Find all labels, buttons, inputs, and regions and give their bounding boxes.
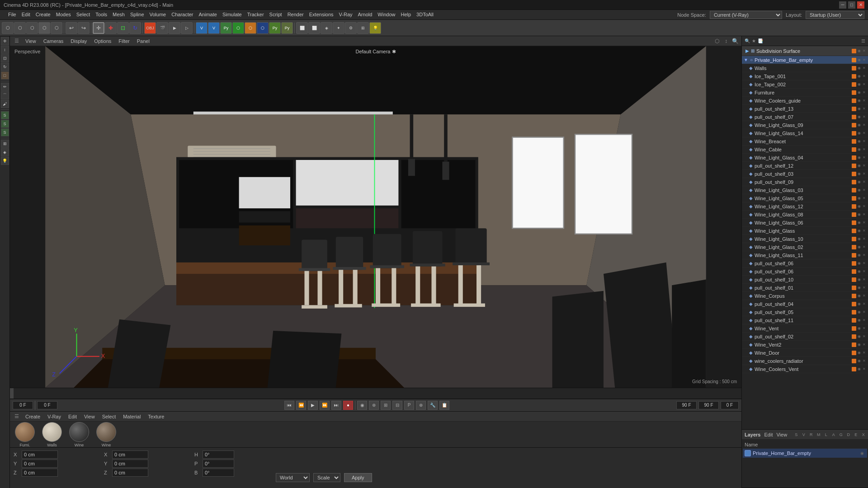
obj-list-item-19[interactable]: ◆Wine_Light_Glass_06◉✕ <box>742 219 868 227</box>
vp-menu-display[interactable]: Display <box>67 38 90 45</box>
obj-list-item-5[interactable]: ◆pull_out_shelf_13◉✕ <box>742 105 868 113</box>
rot-b-input[interactable] <box>203 469 234 477</box>
obj-list-item-35[interactable]: ◆Wine_Door◉✕ <box>742 349 868 357</box>
tb-redo[interactable]: ↪ <box>78 22 90 34</box>
lt-light[interactable]: 💡 <box>1 157 9 165</box>
tb-tool2[interactable]: ⬜ <box>308 22 320 34</box>
menu-simulate[interactable]: Simulate <box>220 11 245 18</box>
menu-tools[interactable]: Tools <box>93 11 110 18</box>
menu-modes[interactable]: Modes <box>53 11 74 18</box>
mat-item-0[interactable]: Furni. <box>14 422 36 447</box>
obj-icon-1[interactable]: 🔍 <box>745 38 750 43</box>
obj-list-item-17[interactable]: ◆Wine_Light_Glass_12◉✕ <box>742 202 868 211</box>
lt-scale[interactable]: ⊡ <box>1 54 9 62</box>
menu-extensions[interactable]: Extensions <box>307 11 336 18</box>
obj-list-item-23[interactable]: ◆Wine_Light_Glass_11◉✕ <box>742 251 868 259</box>
tb-blue1[interactable]: ⬡ <box>257 22 269 34</box>
tb-rotate[interactable]: ↻ <box>129 22 141 34</box>
lt-spline[interactable]: ⌒ <box>1 91 9 99</box>
menu-spline[interactable]: Spline <box>127 11 147 18</box>
obj-list-item-6[interactable]: ◆pull_out_shelf_07◉✕ <box>742 113 868 121</box>
menu-file[interactable]: File <box>5 11 19 18</box>
obj-root-item[interactable]: ▼ ○ Private_Home_Bar_empty ◉ ✕ <box>742 56 868 64</box>
obj-list-item-20[interactable]: ◆Wine_Light_Glass◉✕ <box>742 227 868 235</box>
tc-step-fwd[interactable]: ⏩ <box>320 401 330 410</box>
tb-py3[interactable]: Py <box>281 22 293 34</box>
minimize-button[interactable]: ─ <box>839 1 846 9</box>
obj-list-item-26[interactable]: ◆pull_out_shelf_10◉✕ <box>742 276 868 284</box>
lt-pen[interactable]: ✏ <box>1 83 9 91</box>
obj-list-item-9[interactable]: ◆Wine_Breacet◉✕ <box>742 137 868 145</box>
obj-list-item-37[interactable]: ◆Wine_Coolers_Vent◉✕ <box>742 365 868 373</box>
menu-volume[interactable]: Volume <box>147 11 169 18</box>
menu-vray[interactable]: V-Ray <box>336 11 355 18</box>
mat-item-1[interactable]: Walls <box>41 422 63 447</box>
lt-select[interactable]: ✛ <box>1 37 9 45</box>
lt-rotate[interactable]: ↻ <box>1 63 9 71</box>
obj-list-item-27[interactable]: ◆pull_out_shelf_01◉✕ <box>742 284 868 292</box>
vp-menu-options[interactable]: Options <box>90 38 115 45</box>
menu-animate[interactable]: Animate <box>196 11 220 18</box>
tc-icon7[interactable]: 🔧 <box>428 401 438 410</box>
obj-list-item-32[interactable]: ◆Wine_Vent◉✕ <box>742 324 868 333</box>
vp-menu-panel[interactable]: Panel <box>133 38 153 45</box>
tb-mode-edges[interactable]: ⬡ <box>14 22 26 34</box>
menu-mesh[interactable]: Mesh <box>110 11 127 18</box>
pos-y-input[interactable] <box>22 460 58 468</box>
menu-edit[interactable]: Edit <box>19 11 33 18</box>
mat-item-3[interactable]: Wine <box>95 422 118 447</box>
tb-py2[interactable]: Py <box>269 22 281 34</box>
menu-script[interactable]: Script <box>267 11 285 18</box>
size-x-input[interactable] <box>112 450 148 459</box>
tc-icon1[interactable]: ◉ <box>357 401 367 410</box>
tb-obj-mode[interactable]: OBJ <box>144 22 156 34</box>
vp-menu-icon[interactable]: ☰ <box>12 36 22 46</box>
tb-tool3[interactable]: ◈ <box>321 22 332 34</box>
tb-light[interactable]: 💡 <box>369 22 381 34</box>
mat-vray[interactable]: V-Ray <box>44 413 65 420</box>
tb-tool1[interactable]: ⬜ <box>296 22 308 34</box>
obj-list-item-28[interactable]: ◆Wine_Corpus◉✕ <box>742 292 868 300</box>
tb-scale[interactable]: ⊡ <box>117 22 129 34</box>
obj-list-item-4[interactable]: ◆Wine_Coolers_guide◉✕ <box>742 97 868 105</box>
coord-system-select[interactable]: World <box>276 473 310 482</box>
tb-select[interactable]: ✛ <box>93 22 104 34</box>
tb-mode-points[interactable]: ⬡ <box>2 22 14 34</box>
lt-cube[interactable]: □ <box>1 71 9 80</box>
tc-record[interactable]: ● <box>343 401 353 410</box>
obj-icon-3[interactable]: 📑 <box>758 38 763 43</box>
lt-s2[interactable]: S <box>1 120 9 128</box>
vp-nav-3[interactable]: 🔍 <box>731 37 740 46</box>
vp-nav-1[interactable]: ⬡ <box>712 37 722 46</box>
viewport[interactable]: X Y Z Perspective Default Camera ✱ Grid … <box>10 46 741 388</box>
tc-icon3[interactable]: ⊞ <box>381 401 391 410</box>
vp-menu-view[interactable]: View <box>22 38 40 45</box>
frame-input-left[interactable] <box>13 401 33 409</box>
tc-goto-start[interactable]: ⏮ <box>284 401 294 410</box>
tb-vray1[interactable]: V <box>196 22 208 34</box>
scale-select[interactable]: Scale <box>313 473 340 482</box>
obj-list-item-7[interactable]: ◆Wine_Light_Glass_09◉✕ <box>742 121 868 129</box>
size-z-input[interactable] <box>112 469 148 477</box>
max-frame-display[interactable] <box>698 401 719 409</box>
mat-material[interactable]: Material <box>119 413 144 420</box>
close-button[interactable]: ✕ <box>857 1 864 9</box>
mat-edit[interactable]: Edit <box>65 413 80 420</box>
vp-menu-cameras[interactable]: Cameras <box>40 38 67 45</box>
tb-undo[interactable]: ↩ <box>66 22 77 34</box>
tb-mode-texture[interactable]: ⬡ <box>51 22 62 34</box>
lt-snap[interactable]: S <box>1 111 9 119</box>
rot-h-input[interactable] <box>203 450 234 459</box>
obj-list-item-31[interactable]: ◆pull_out_shelf_11◉✕ <box>742 316 868 324</box>
obj-list-item-12[interactable]: ◆pull_out_shelf_12◉✕ <box>742 162 868 170</box>
apply-button[interactable]: Apply <box>344 473 372 482</box>
obj-list-item-36[interactable]: ◆wine_coolers_radiator◉✕ <box>742 357 868 365</box>
menu-tracker[interactable]: Tracker <box>245 11 267 18</box>
tc-goto-end[interactable]: ⏭ <box>331 401 341 410</box>
vp-menu-filter[interactable]: Filter <box>115 38 133 45</box>
menu-select[interactable]: Select <box>74 11 93 18</box>
obj-list-item-15[interactable]: ◆Wine_Light_Glass_03◉✕ <box>742 186 868 194</box>
mat-item-2[interactable]: Wine <box>68 422 90 447</box>
tb-orange1[interactable]: ⬡ <box>245 22 256 34</box>
menu-arnold[interactable]: Arnold <box>355 11 375 18</box>
